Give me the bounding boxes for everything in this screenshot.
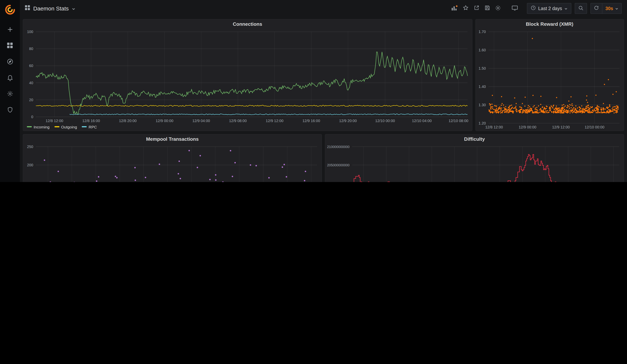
shield-icon	[6, 106, 13, 114]
svg-text:12/9 00:00: 12/9 00:00	[156, 119, 173, 123]
plus-icon	[6, 26, 13, 34]
svg-text:60: 60	[29, 64, 33, 68]
panel-connections: Connections 02040608010012/8 12:0012/8 1…	[23, 19, 472, 131]
svg-text:1.70: 1.70	[478, 30, 486, 34]
star-button[interactable]	[461, 3, 470, 13]
svg-text:12/9 08:00: 12/9 08:00	[229, 119, 247, 123]
svg-text:12/9 20:00: 12/9 20:00	[339, 119, 357, 123]
svg-text:12/8 12:00: 12/8 12:00	[485, 125, 503, 129]
navbar-left: Daemon Stats	[25, 5, 75, 12]
svg-text:1.30: 1.30	[478, 103, 486, 107]
svg-text:1.50: 1.50	[478, 66, 486, 70]
svg-text:12/8 12:00: 12/8 12:00	[46, 119, 63, 123]
svg-text:40: 40	[29, 81, 33, 85]
sidebar: ?	[0, 0, 20, 182]
grafana-logo[interactable]	[2, 2, 17, 17]
sidebar-item-create[interactable]	[4, 25, 15, 34]
svg-text:1.60: 1.60	[478, 48, 486, 52]
svg-text:12/10 00:00: 12/10 00:00	[375, 119, 395, 123]
tv-icon	[511, 5, 518, 12]
svg-text:12/9 16:00: 12/9 16:00	[303, 119, 320, 123]
svg-text:12/10 00:00: 12/10 00:00	[584, 125, 604, 129]
add-panel-icon	[451, 5, 458, 12]
bell-icon	[6, 74, 13, 82]
svg-text:12/10 08:00: 12/10 08:00	[449, 119, 469, 123]
save-icon	[484, 5, 490, 12]
svg-text:12/9 00:00: 12/9 00:00	[519, 125, 536, 129]
svg-text:12/9 04:00: 12/9 04:00	[192, 119, 210, 123]
compass-icon	[6, 58, 13, 66]
dashboard-icon	[25, 5, 30, 12]
svg-text:12/8 16:00: 12/8 16:00	[82, 119, 100, 123]
svg-text:12/10 04:00: 12/10 04:00	[412, 119, 432, 123]
sidebar-item-explore[interactable]	[4, 57, 15, 66]
difficulty-chart[interactable]: 1850000000001900000000001950000000002000…	[325, 144, 624, 182]
dashboard-title[interactable]: Daemon Stats	[33, 5, 69, 12]
chevron-down-icon	[72, 7, 75, 11]
gear-icon	[6, 90, 13, 98]
panel-mempool-transactions: Mempool Transactions 05010015020025012/8…	[23, 134, 322, 182]
svg-text:1.40: 1.40	[478, 85, 486, 89]
svg-text:205000000000: 205000000000	[327, 163, 350, 167]
legend-swatch	[54, 126, 59, 127]
refresh-interval-dropdown[interactable]: 30s	[602, 3, 621, 13]
svg-text:12/8 20:00: 12/8 20:00	[119, 119, 137, 123]
block-reward-chart[interactable]: 1.201.301.401.501.601.7012/8 12:0012/9 0…	[475, 29, 624, 131]
navbar-right: Last 2 days 30s	[450, 3, 622, 14]
dashboard-settings-button[interactable]	[493, 3, 503, 13]
svg-text:250: 250	[27, 145, 33, 149]
svg-text:100: 100	[27, 30, 33, 34]
connections-chart[interactable]: 02040608010012/8 12:0012/8 16:0012/8 20:…	[23, 29, 472, 124]
legend-item[interactable]: RPC	[82, 124, 97, 129]
panel-title[interactable]: Difficulty	[325, 134, 624, 144]
svg-text:12/9 12:00: 12/9 12:00	[552, 125, 570, 129]
grafana-app: ? Daemon Stats	[0, 0, 627, 182]
svg-text:210000000000: 210000000000	[327, 145, 350, 149]
svg-text:200000000000: 200000000000	[327, 182, 350, 182]
chevron-down-icon	[615, 7, 618, 10]
navbar: Daemon Stats	[20, 0, 627, 17]
save-button[interactable]	[482, 3, 492, 13]
time-range-label: Last 2 days	[538, 6, 562, 11]
connections-legend: IncomingOutgoingRPC	[23, 124, 472, 131]
sidebar-item-dashboards[interactable]	[4, 42, 15, 51]
panel-block-reward: Block Reward (XMR) 1.201.301.401.501.601…	[475, 19, 624, 131]
panel-title[interactable]: Connections	[23, 19, 472, 29]
grid-icon	[7, 42, 13, 50]
refresh-picker: 30s	[590, 3, 622, 14]
share-icon	[473, 5, 479, 12]
sidebar-item-alerting[interactable]	[4, 74, 15, 83]
sidebar-item-configuration[interactable]	[4, 90, 15, 99]
cycle-view-button[interactable]	[510, 3, 520, 13]
panel-difficulty: Difficulty 18500000000019000000000019500…	[325, 134, 624, 182]
zoom-out-button[interactable]	[575, 3, 587, 14]
refresh-icon	[594, 5, 599, 12]
mempool-chart[interactable]: 05010015020025012/8 12:0012/8 16:0012/8 …	[23, 144, 321, 182]
star-icon	[463, 5, 469, 12]
svg-text:12/9 12:00: 12/9 12:00	[266, 119, 283, 123]
time-range-picker[interactable]: Last 2 days	[527, 3, 571, 14]
refresh-button[interactable]	[591, 3, 602, 13]
panel-title[interactable]: Block Reward (XMR)	[475, 19, 624, 29]
add-panel-button[interactable]	[450, 3, 459, 13]
svg-text:1.20: 1.20	[478, 121, 486, 125]
clock-icon	[531, 5, 536, 12]
svg-text:0: 0	[31, 115, 33, 119]
search-icon	[578, 5, 584, 12]
row-2: Mempool Transactions 05010015020025012/8…	[23, 134, 624, 182]
share-button[interactable]	[472, 3, 481, 13]
svg-text:150: 150	[27, 181, 33, 182]
sidebar-nav	[4, 25, 15, 115]
legend-swatch	[82, 126, 87, 127]
svg-text:20: 20	[29, 98, 33, 102]
gear-icon	[495, 5, 501, 12]
sidebar-item-server-admin[interactable]	[4, 106, 15, 115]
panel-title[interactable]: Mempool Transactions	[23, 134, 321, 144]
refresh-interval-value: 30s	[605, 6, 613, 11]
legend-swatch	[27, 126, 32, 127]
dashboard-grid: Connections 02040608010012/8 12:0012/8 1…	[20, 17, 627, 182]
svg-text:200: 200	[27, 163, 33, 167]
legend-item[interactable]: Incoming	[27, 124, 50, 129]
legend-item[interactable]: Outgoing	[54, 124, 77, 129]
chevron-down-icon	[564, 7, 568, 10]
